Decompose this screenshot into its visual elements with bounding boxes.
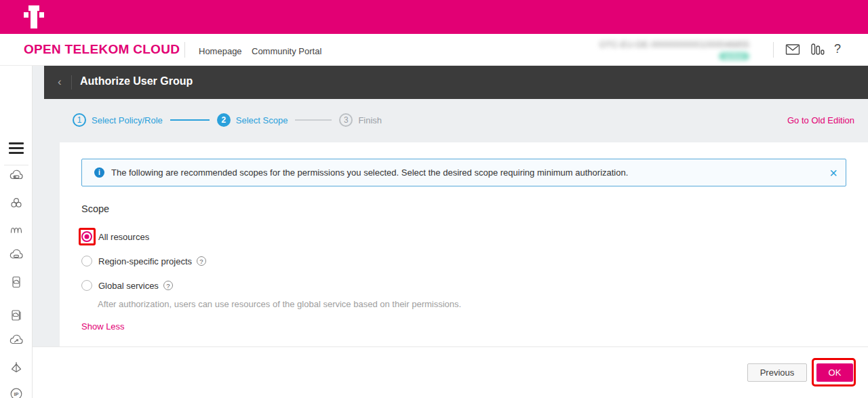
eip-icon[interactable]: IP [9,386,24,398]
footer-bar: Previous OK [33,346,868,398]
scope-option-label: All resources [98,232,149,242]
card-cloud-icon[interactable] [9,308,24,323]
step-1-circle: 1 [73,113,86,127]
cloud-capsule-icon[interactable] [9,248,24,263]
title-divider [71,75,72,89]
bar-chart-icon[interactable] [811,43,825,58]
scope-option-all-resources[interactable]: All resources [81,231,149,242]
show-less-link[interactable]: Show Less [81,321,125,332]
scope-helper-text: After authorization, users can use resou… [98,299,461,309]
info-icon: i [94,167,104,178]
account-badge-blurred: active [719,52,749,60]
brand-title[interactable]: OPEN TELEKOM CLOUD [24,42,180,57]
sidebar-separator [4,165,28,165]
radio-region-specific[interactable] [81,256,92,266]
step-2-circle: 2 [217,113,231,127]
brand-bar [0,0,868,34]
nav-link-homepage[interactable]: Homepage [199,46,242,56]
radio-global-services[interactable] [81,280,92,291]
mail-icon[interactable] [785,43,800,58]
go-to-old-edition-link[interactable]: Go to Old Edition [787,115,854,125]
step-3-label: Finish [358,115,382,125]
help-icon[interactable]: ? [834,42,841,56]
wizard-steps: 1 Select Policy/Role 2 Select Scope 3 Fi… [73,113,382,127]
account-menu[interactable]: OTC-EU-DE-00000000001000046855 active [599,39,749,62]
nav-divider [184,42,185,58]
tablet-cloud-icon[interactable] [9,275,24,290]
cloud-cluster-icon[interactable] [9,195,24,210]
prism-icon[interactable] [9,360,24,375]
step-connector-todo [295,119,332,121]
page-title-bar: ‹ Authorize User Group [44,66,868,99]
question-mark-icon[interactable]: ? [197,256,206,266]
scope-option-region-specific[interactable]: Region-specific projects ? [81,256,206,266]
step-connector-done [170,119,210,121]
scope-option-global-services[interactable]: Global services ? [81,280,173,291]
previous-button[interactable]: Previous [747,363,807,382]
back-icon[interactable]: ‹ [58,75,62,89]
ok-button[interactable]: OK [816,363,853,382]
scope-option-label: Region-specific projects [98,256,192,266]
info-banner-text: The following are recommended scopes for… [111,167,628,178]
close-icon[interactable]: × [829,166,837,180]
question-mark-icon[interactable]: ? [163,281,173,290]
app-window: OPEN TELEKOM CLOUD Homepage Community Po… [0,0,868,398]
header-icon-divider [773,42,774,58]
page-title: Authorize User Group [80,75,193,87]
cloud-server-icon[interactable] [9,169,24,184]
radio-all-resources[interactable] [81,231,92,242]
telekom-logo-icon[interactable] [24,5,44,28]
info-banner: i The following are recommended scopes f… [81,159,846,186]
content-card: i The following are recommended scopes f… [60,142,868,346]
nav-link-community-portal[interactable]: Community Portal [252,46,321,56]
step-2-label: Select Scope [236,115,288,125]
scope-option-label: Global services [98,281,159,291]
svg-text:IP: IP [14,391,18,397]
step-1-label: Select Policy/Role [92,115,163,125]
scope-heading: Scope [81,203,109,214]
cloud-arrow-icon[interactable] [9,334,24,349]
step-3-circle: 3 [339,113,353,127]
menu-icon[interactable] [9,142,24,154]
account-id-blurred: OTC-EU-DE-00000000001000046855 [599,39,749,49]
service-sidebar: IP [0,66,33,398]
waves-icon[interactable] [9,222,24,237]
